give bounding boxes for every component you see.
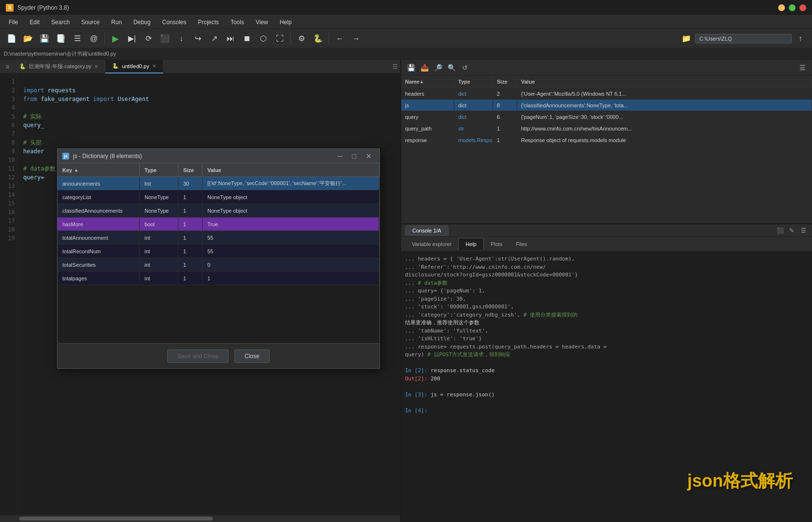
menu-search[interactable]: Search	[46, 17, 74, 28]
cell-value-classified: NoneType object	[203, 204, 379, 217]
var-search-button[interactable]: 🔍	[446, 62, 457, 73]
console-menu-button[interactable]: ☰	[798, 226, 808, 235]
menu-help[interactable]: Help	[275, 17, 297, 28]
menu-projects[interactable]: Projects	[193, 17, 224, 28]
dialog-minimize-button[interactable]: ─	[335, 151, 346, 161]
var-row-response[interactable]: response models.Response 1 Response obje…	[401, 134, 812, 146]
tab-help[interactable]: Help	[458, 238, 484, 250]
var-import-button[interactable]: 📥	[419, 62, 430, 73]
var-menu-button[interactable]: ☰	[797, 62, 808, 73]
dialog-titlebar: js js - Dictionary (8 elements) ─ □ ✕	[58, 149, 379, 163]
menu-run[interactable]: Run	[106, 17, 127, 28]
dialog-maximize-button[interactable]: □	[349, 151, 359, 161]
tab-scroll-left[interactable]: ≡	[2, 61, 13, 72]
tab-close-category[interactable]: ✕	[94, 64, 98, 69]
dict-row-categorylist[interactable]: categoryList NoneType 1 NoneType object	[58, 190, 379, 204]
save-all-button[interactable]: 📑	[53, 31, 69, 46]
var-col-size[interactable]: Size	[493, 75, 517, 87]
code-editor[interactable]: 12345 678910 1112131415 16171819 import …	[0, 73, 400, 515]
settings-button[interactable]: ⚙	[294, 31, 309, 46]
col-header-value[interactable]: Value	[203, 163, 379, 176]
var-col-type[interactable]: Type	[454, 75, 493, 87]
editor-scrollbar[interactable]	[0, 515, 400, 522]
menu-tools[interactable]: Tools	[226, 17, 249, 28]
line-numbers: 12345 678910 1112131415 16171819	[0, 73, 17, 515]
var-col-value[interactable]: Value	[517, 75, 812, 87]
save-file-button[interactable]: 💾	[37, 31, 52, 46]
var-row-headers[interactable]: headers dict 2 {'User-Agent':'Mozilla/5.…	[401, 88, 812, 100]
var-save-button[interactable]: 💾	[405, 62, 417, 73]
var-refresh-button[interactable]: ↺	[459, 62, 471, 73]
path-go-button[interactable]: ↑	[793, 31, 808, 46]
minimize-button[interactable]	[778, 4, 785, 11]
path-input[interactable]	[695, 34, 792, 44]
tab-category-file[interactable]: 🐍 巨潮年报-年报-category.py ✕	[13, 60, 105, 73]
dict-row-classifiedannouncements[interactable]: classifiedAnnouncements NoneType 1 NoneT…	[58, 204, 379, 218]
browse-button[interactable]: 📁	[679, 31, 694, 46]
console-tab-1[interactable]: Console 1/A	[405, 225, 449, 236]
menu-edit[interactable]: Edit	[25, 17, 44, 28]
tab-variable-explorer[interactable]: Variable explorer	[405, 238, 458, 250]
save-and-close-button[interactable]: Save and Close	[167, 349, 229, 363]
dict-row-totalsecurities[interactable]: totalSecurities int 1 0	[58, 258, 379, 272]
step-over-button[interactable]: ↪	[190, 31, 205, 46]
var-cell-value-response: Response object of requests.models modul…	[517, 134, 812, 145]
menu-source[interactable]: Source	[76, 17, 104, 28]
menu-consoles[interactable]: Consoles	[157, 17, 191, 28]
col-header-type[interactable]: Type	[140, 163, 178, 176]
dict-row-totalpages[interactable]: totalpages int 1 1	[58, 272, 379, 285]
file-list-button[interactable]: ☰	[70, 31, 85, 46]
editor-menu-button[interactable]: ☰	[390, 61, 400, 72]
fullscreen-button[interactable]: ⛶	[272, 31, 288, 46]
cell-size-totalsecurities: 1	[178, 258, 203, 271]
run-cell-button[interactable]: ▶|	[124, 31, 140, 46]
run-button[interactable]: ▶	[108, 31, 123, 46]
python-path-button[interactable]: 🐍	[310, 31, 326, 46]
new-file-button[interactable]: 📄	[4, 31, 19, 46]
debug-button[interactable]: ⬛	[157, 31, 173, 46]
close-dialog-button[interactable]: Close	[234, 349, 270, 363]
tab-close-untitled0[interactable]: ✕	[152, 63, 156, 69]
var-cell-type-query-path: str	[454, 123, 493, 134]
dict-row-totalannouncement[interactable]: totalAnnouncement int 1 55	[58, 231, 379, 245]
var-row-js[interactable]: js dict 8 {'classifiedAnnouncements':Non…	[401, 100, 812, 111]
toolbar-separator-1	[104, 33, 105, 44]
console-new-button[interactable]: ⬛	[775, 226, 785, 235]
cell-key-totalpages: totalpages	[58, 272, 140, 285]
close-button[interactable]	[799, 4, 806, 11]
tab-plots[interactable]: Plots	[484, 238, 509, 250]
continue-button[interactable]: ⏭	[223, 31, 238, 46]
breakpoints-button[interactable]: ⬡	[256, 31, 271, 46]
cell-value-announcements: [{'id':NoneType, 'secCode':'000001', 'se…	[203, 177, 379, 190]
email-button[interactable]: @	[86, 31, 102, 46]
step-out-button[interactable]: ↗	[206, 31, 222, 46]
console-edit-button[interactable]: ✎	[787, 226, 797, 235]
var-filter-button[interactable]: 🔎	[432, 62, 444, 73]
col-header-key[interactable]: Key ▲	[58, 163, 140, 176]
tab-files[interactable]: Files	[509, 238, 534, 250]
dict-row-hasmore[interactable]: hasMore bool 1 True	[58, 218, 379, 231]
var-col-name[interactable]: Name ▲	[401, 75, 454, 87]
menu-view[interactable]: View	[251, 17, 273, 28]
menu-debug[interactable]: Debug	[129, 17, 155, 28]
dict-row-totalrecordnum[interactable]: totalRecordNum int 1 55	[58, 245, 379, 258]
var-cell-size-query-path: 1	[493, 123, 517, 134]
console-area[interactable]: ... headers = { 'User-Agent':str(UserAge…	[401, 251, 812, 522]
cell-size-totalrecordnum: 1	[178, 245, 203, 258]
step-into-button[interactable]: ↓	[174, 31, 189, 46]
dialog-close-button[interactable]: ✕	[363, 151, 375, 161]
var-cell-name-headers: headers	[401, 88, 454, 99]
maximize-button[interactable]	[789, 4, 796, 11]
run-step-button[interactable]: ⟳	[141, 31, 156, 46]
back-button[interactable]: ←	[332, 31, 348, 46]
stop-button[interactable]: ⏹	[239, 31, 255, 46]
var-row-query[interactable]: query dict 6 {'pageNum':1, 'pageSize':30…	[401, 111, 812, 123]
tab-untitled0[interactable]: 🐍 untitled0.py ✕	[105, 60, 163, 73]
open-file-button[interactable]: 📂	[20, 31, 36, 46]
menu-file[interactable]: File	[4, 17, 23, 28]
forward-button[interactable]: →	[348, 31, 364, 46]
dict-row-announcements[interactable]: announcements list 30 [{'id':NoneType, '…	[58, 177, 379, 190]
var-cell-name-js: js	[401, 100, 454, 111]
col-header-size[interactable]: Size	[178, 163, 203, 176]
var-row-query-path[interactable]: query_path str 1 http://www.cninfo.com.c…	[401, 123, 812, 134]
